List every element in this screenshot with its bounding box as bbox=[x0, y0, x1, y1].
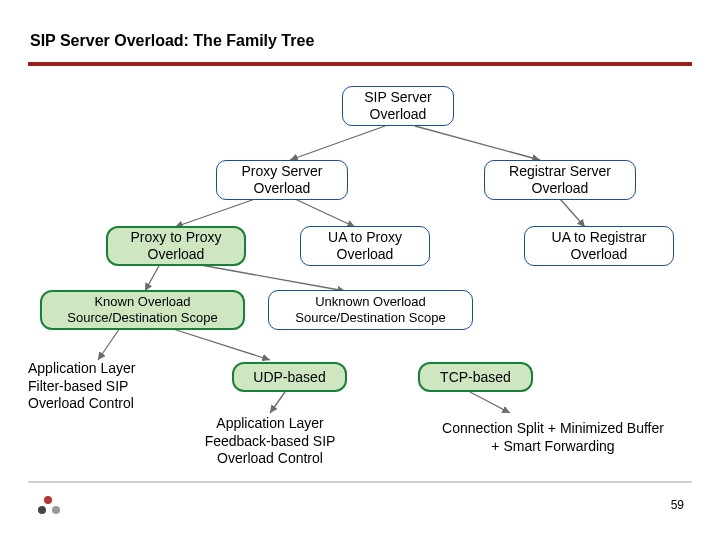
svg-line-8 bbox=[170, 328, 270, 360]
svg-line-10 bbox=[470, 392, 510, 413]
node-ua-to-registrar: UA to RegistrarOverload bbox=[524, 226, 674, 266]
node-unknown-scope: Unknown OverloadSource/Destination Scope bbox=[268, 290, 473, 330]
node-proxy-to-proxy: Proxy to ProxyOverload bbox=[106, 226, 246, 266]
svg-line-5 bbox=[145, 264, 160, 291]
svg-line-0 bbox=[290, 126, 385, 160]
node-root: SIP ServerOverload bbox=[342, 86, 454, 126]
node-known-scope: Known OverloadSource/Destination Scope bbox=[40, 290, 245, 330]
tree-connectors bbox=[0, 0, 720, 540]
svg-line-4 bbox=[560, 199, 585, 227]
svg-line-3 bbox=[295, 199, 355, 227]
page-number: 59 bbox=[671, 498, 684, 512]
svg-line-9 bbox=[270, 392, 285, 413]
node-ua-to-proxy: UA to ProxyOverload bbox=[300, 226, 430, 266]
footer-logo bbox=[38, 496, 66, 514]
svg-line-6 bbox=[195, 264, 345, 291]
node-connection-split: Connection Split + Minimized Buffer+ Sma… bbox=[408, 420, 698, 455]
node-tcp-based: TCP-based bbox=[418, 362, 533, 392]
node-filter-based: Application LayerFilter-based SIPOverloa… bbox=[28, 360, 178, 413]
node-udp-based: UDP-based bbox=[232, 362, 347, 392]
page-title: SIP Server Overload: The Family Tree bbox=[30, 32, 314, 50]
node-registrar: Registrar ServerOverload bbox=[484, 160, 636, 200]
footer-rule bbox=[28, 481, 692, 483]
svg-line-1 bbox=[415, 126, 540, 160]
node-feedback-based: Application LayerFeedback-based SIPOverl… bbox=[180, 415, 360, 468]
svg-line-7 bbox=[98, 328, 120, 360]
svg-line-2 bbox=[175, 199, 255, 227]
node-proxy-server: Proxy ServerOverload bbox=[216, 160, 348, 200]
title-rule bbox=[28, 62, 692, 66]
